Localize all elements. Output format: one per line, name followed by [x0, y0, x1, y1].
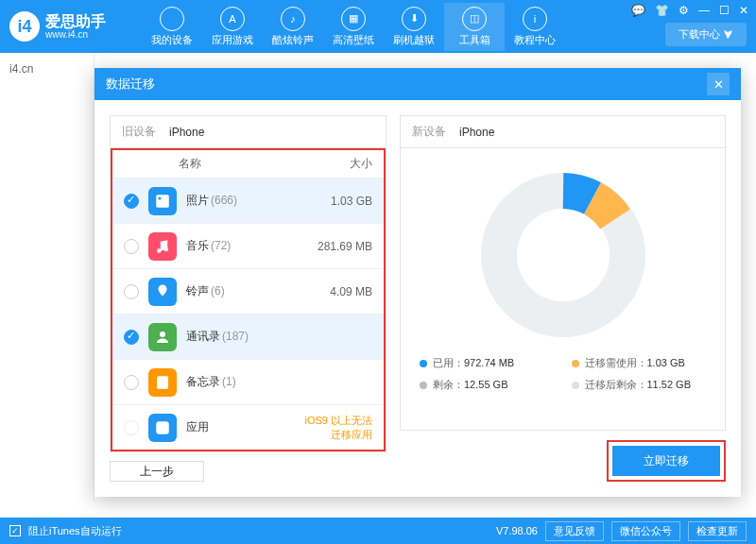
- modal-close-button[interactable]: ✕: [707, 73, 730, 95]
- svg-point-4: [160, 332, 165, 337]
- legend-dot: [420, 360, 427, 367]
- nav-icon-6: i: [523, 7, 547, 31]
- list-header: 名称 大小: [112, 150, 384, 178]
- legend-item-1: 迁移需使用：1.03 GB: [572, 356, 707, 370]
- nav-item-4[interactable]: ⬇刷机越狱: [384, 3, 444, 51]
- download-center-button[interactable]: 下载中心 ⮟: [665, 23, 747, 46]
- minimize-icon[interactable]: —: [698, 4, 710, 17]
- migrate-button[interactable]: 立即迁移: [612, 446, 720, 476]
- category-row-2[interactable]: 铃声(6) 4.09 MB: [112, 268, 384, 314]
- category-icon-3: [148, 323, 177, 351]
- category-icon-5: [148, 414, 177, 442]
- feedback-button[interactable]: 意见反馈: [545, 521, 604, 541]
- category-icon-1: [148, 232, 177, 261]
- old-device-header: 旧设备 iPhone: [111, 116, 386, 148]
- modal-header: 数据迁移 ✕: [94, 68, 741, 100]
- sidebar-tab[interactable]: i4.cn: [0, 53, 94, 85]
- nav-item-3[interactable]: ▦高清壁纸: [323, 3, 384, 51]
- svg-point-1: [159, 196, 162, 199]
- category-row-0[interactable]: 照片(666) 1.03 GB: [112, 178, 384, 223]
- maximize-icon[interactable]: ☐: [719, 4, 730, 17]
- window-controls: 💬 👕 ⚙ — ☐ ✕: [631, 4, 748, 17]
- category-radio-3[interactable]: [124, 330, 139, 345]
- settings-icon[interactable]: ⚙: [679, 4, 689, 17]
- itunes-block-checkbox[interactable]: ✓: [9, 525, 21, 536]
- svg-rect-0: [156, 195, 169, 208]
- version-label: V7.98.06: [496, 525, 538, 536]
- update-button[interactable]: 检查更新: [688, 521, 747, 541]
- svg-point-2: [157, 248, 162, 253]
- app-logo: i4 爱思助手 www.i4.cn: [9, 11, 142, 42]
- legend-dot: [572, 360, 579, 367]
- legend-item-3: 迁移后剩余：11.52 GB: [572, 378, 707, 392]
- nav-icon-3: ▦: [341, 7, 366, 31]
- category-radio-2[interactable]: [124, 284, 139, 299]
- new-device-panel: 新设备 iPhone 已用：972.74 MB迁移需使用：1.03 GB剩余：1…: [400, 115, 726, 431]
- sidebar: i4.cn: [0, 53, 94, 501]
- nav-icon-5: ◫: [462, 7, 487, 31]
- svg-point-3: [164, 246, 169, 251]
- legend-dot: [572, 382, 579, 389]
- app-url: www.i4.cn: [45, 29, 106, 40]
- nav-icon-1: A: [220, 7, 245, 31]
- storage-legend: 已用：972.74 MB迁移需使用：1.03 GB剩余：12.55 GB迁移后剩…: [401, 352, 725, 396]
- category-row-3[interactable]: 通讯录(187): [112, 314, 384, 359]
- old-device-panel: 旧设备 iPhone 名称 大小 照片(666) 1.03 GB 音乐(72) …: [110, 115, 387, 452]
- shirt-icon[interactable]: 👕: [655, 4, 669, 17]
- nav-icon-2: ♪: [281, 7, 305, 31]
- itunes-block-label: 阻止iTunes自动运行: [28, 524, 122, 538]
- category-radio-4[interactable]: [124, 375, 139, 390]
- nav-item-5[interactable]: ◫工具箱: [444, 3, 505, 51]
- chat-icon[interactable]: 💬: [631, 4, 645, 17]
- category-radio-5: [124, 420, 139, 435]
- legend-item-0: 已用：972.74 MB: [420, 356, 555, 370]
- logo-icon: i4: [9, 11, 40, 42]
- svg-point-9: [160, 425, 165, 431]
- back-button[interactable]: 上一步: [110, 461, 204, 482]
- nav-item-6[interactable]: i教程中心: [505, 3, 565, 51]
- category-list-highlight: 名称 大小 照片(666) 1.03 GB 音乐(72) 281.69 MB 铃…: [111, 148, 386, 451]
- wechat-button[interactable]: 微信公众号: [611, 521, 680, 541]
- category-radio-1[interactable]: [124, 239, 139, 254]
- category-icon-4: [148, 368, 177, 397]
- titlebar: i4 爱思助手 www.i4.cn 我的设备A应用游戏♪酷炫铃声▦高清壁纸⬇刷机…: [0, 0, 756, 53]
- legend-dot: [420, 382, 427, 389]
- migrate-button-highlight: 立即迁移: [607, 440, 726, 482]
- nav-item-0[interactable]: 我的设备: [142, 3, 202, 51]
- nav-item-2[interactable]: ♪酷炫铃声: [263, 3, 323, 51]
- category-row-4[interactable]: 备忘录(1): [112, 359, 384, 404]
- category-icon-2: [148, 278, 177, 306]
- new-device-header: 新设备 iPhone: [401, 116, 725, 148]
- data-migration-modal: 数据迁移 ✕ 旧设备 iPhone 名称 大小 照片(666) 1.03 GB: [94, 68, 741, 497]
- category-radio-0[interactable]: [124, 194, 139, 209]
- nav-icon-0: [160, 7, 184, 31]
- legend-item-2: 剩余：12.55 GB: [420, 378, 555, 392]
- nav-icon-4: ⬇: [402, 7, 426, 31]
- category-icon-0: [148, 187, 177, 215]
- storage-donut-chart: [401, 148, 725, 352]
- category-row-5: 应用 iOS9 以上无法迁移应用: [112, 404, 384, 450]
- modal-title: 数据迁移: [106, 76, 155, 93]
- close-icon[interactable]: ✕: [739, 4, 748, 17]
- app-name: 爱思助手: [45, 14, 106, 29]
- nav-item-1[interactable]: A应用游戏: [202, 3, 263, 51]
- category-row-1[interactable]: 音乐(72) 281.69 MB: [112, 223, 384, 268]
- status-bar: ✓ 阻止iTunes自动运行 V7.98.06 意见反馈 微信公众号 检查更新: [0, 518, 756, 544]
